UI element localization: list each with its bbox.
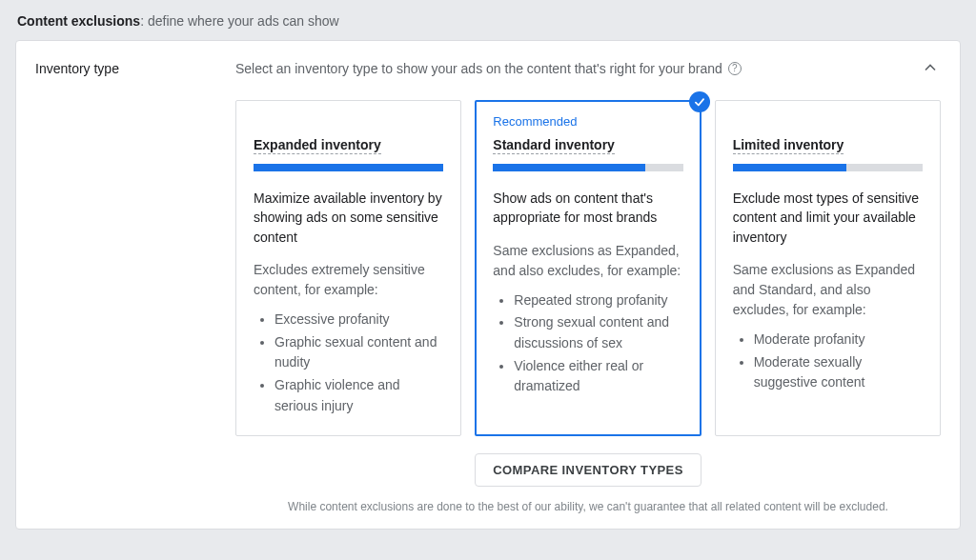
card-description: Show ads on content that's appropriate f… bbox=[493, 189, 682, 228]
inventory-bar-fill bbox=[254, 164, 443, 171]
section-title: Content exclusions bbox=[17, 13, 140, 29]
chevron-up-icon bbox=[921, 58, 940, 80]
card-bullet-list: Moderate profanity Moderate sexually sug… bbox=[733, 330, 923, 393]
inventory-cards-row: Expanded inventory Maximize available in… bbox=[235, 100, 941, 436]
panel-label: Inventory type bbox=[35, 61, 235, 76]
inventory-bar-fill bbox=[493, 164, 644, 171]
card-title: Expanded inventory bbox=[254, 137, 381, 154]
list-item: Graphic violence and serious injury bbox=[274, 375, 443, 416]
list-item: Excessive profanity bbox=[274, 310, 443, 330]
collapse-toggle[interactable] bbox=[920, 58, 941, 79]
card-description: Maximize available inventory by showing … bbox=[254, 189, 443, 247]
list-item: Violence either real or dramatized bbox=[514, 356, 682, 397]
list-item: Moderate profanity bbox=[754, 330, 923, 350]
card-title: Limited inventory bbox=[733, 137, 844, 154]
compare-inventory-types-button[interactable]: COMPARE INVENTORY TYPES bbox=[475, 453, 701, 487]
inventory-bar-fill bbox=[733, 164, 847, 171]
list-item: Moderate sexually suggestive content bbox=[754, 352, 923, 393]
inventory-bar bbox=[254, 164, 443, 171]
card-description: Exclude most types of sensitive content … bbox=[733, 189, 923, 247]
inventory-card-expanded[interactable]: Expanded inventory Maximize available in… bbox=[235, 100, 461, 436]
inventory-bar bbox=[493, 164, 682, 171]
card-subtext: Excludes extremely sensitive content, fo… bbox=[254, 260, 443, 300]
list-item: Strong sexual content and discussions of… bbox=[514, 312, 682, 353]
card-title: Standard inventory bbox=[493, 137, 615, 154]
section-header: Content exclusions: define where your ad… bbox=[0, 0, 976, 40]
help-icon[interactable]: ? bbox=[728, 62, 742, 75]
card-subtext: Same exclusions as Expanded and Standard… bbox=[733, 260, 923, 320]
card-bullet-list: Excessive profanity Graphic sexual conte… bbox=[254, 310, 443, 416]
list-item: Graphic sexual content and nudity bbox=[274, 332, 443, 373]
disclaimer-text: While content exclusions are done to the… bbox=[235, 500, 941, 513]
panel-description: Select an inventory type to show your ad… bbox=[235, 61, 722, 76]
section-subtitle: : define where your ads can show bbox=[140, 13, 339, 29]
selected-check-icon bbox=[689, 91, 710, 112]
inventory-type-panel: Inventory type Select an inventory type … bbox=[15, 40, 961, 530]
card-subtext: Same exclusions as Expanded, and also ex… bbox=[493, 241, 682, 281]
recommended-label: Recommended bbox=[493, 114, 577, 129]
list-item: Repeated strong profanity bbox=[514, 290, 682, 311]
inventory-card-standard[interactable]: Recommended Standard inventory Show ads … bbox=[475, 100, 701, 436]
card-bullet-list: Repeated strong profanity Strong sexual … bbox=[493, 290, 682, 397]
inventory-card-limited[interactable]: Limited inventory Exclude most types of … bbox=[715, 100, 941, 436]
inventory-bar bbox=[733, 164, 923, 171]
